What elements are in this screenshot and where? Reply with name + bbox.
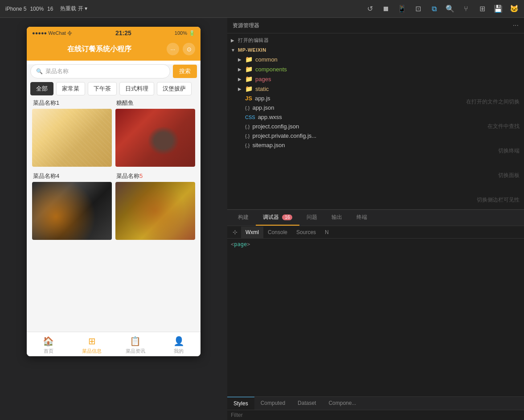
nav-menu-label: 菜品信息 <box>82 348 102 354</box>
phone-search: 🔍 菜品名称 搜索 <box>30 64 197 78</box>
food-item-1[interactable]: 糖醋鱼 <box>115 99 195 167</box>
nav-home-label: 首页 <box>44 348 53 354</box>
hotreload-label[interactable]: 热重载 开 ▾ <box>60 5 87 12</box>
styles-tab-computed[interactable]: Computed <box>254 397 291 410</box>
tree-folder-static[interactable]: ▶ 📁 static <box>227 84 524 94</box>
nav-menu[interactable]: ⊞ 菜品信息 <box>70 336 114 354</box>
nav-profile-label: 我的 <box>174 348 184 354</box>
food-item-0[interactable]: 菜品名称1 <box>32 99 112 167</box>
right-panel: 资源管理器 ··· ▶ 打开的编辑器 ▼ MP-WEIXIN ▶ 📁 <box>227 18 524 420</box>
common-folder-icon: 📁 <box>245 56 253 63</box>
open-editors-arrow: ▶ <box>231 38 236 43</box>
explorer-header: 资源管理器 ··· <box>227 18 524 33</box>
cat-tab-0[interactable]: 全部 <box>30 82 53 95</box>
refresh-icon[interactable]: ↺ <box>365 4 374 13</box>
menu-btn[interactable]: ··· <box>167 43 179 55</box>
debug-tab-output[interactable]: 输出 <box>324 210 349 226</box>
mp-weixin-label: MP-WEIXIN <box>238 47 266 53</box>
search-input-wrap[interactable]: 🔍 菜品名称 <box>30 64 170 78</box>
food-item-2[interactable]: 菜品名称4 <box>32 172 112 240</box>
debug-tab-n[interactable]: N <box>320 226 333 238</box>
debug-main-tabs: ⊹ Wxml Console Sources N <box>227 226 524 239</box>
toolbar-icons: ↺ ⏹ 📱 ⊡ ⧉ 🔍 ⑂ ⊞ 💾 🐱 <box>365 4 519 13</box>
tree-file-projconfig[interactable]: ▶ {.} project.config.json <box>227 122 524 131</box>
tree-file-sitemap[interactable]: ▶ {.} sitemap.json <box>227 140 524 150</box>
common-label: common <box>255 56 278 63</box>
mobile-icon[interactable]: 📱 <box>397 4 406 13</box>
tree-file-projprivate[interactable]: ▶ {.} project.private.config.js... <box>227 131 524 140</box>
sitemap-label: sitemap.json <box>252 142 285 148</box>
status-signal: ●●●●● WeChat 令 <box>32 30 72 37</box>
styles-panel: Styles Computed Dataset Compone... Filte… <box>227 396 524 420</box>
section-mp-weixin[interactable]: ▼ MP-WEIXIN <box>227 45 524 54</box>
cursor-tool-icon[interactable]: ⊹ <box>229 226 241 238</box>
nav-news[interactable]: 📋 菜品资讯 <box>114 336 157 354</box>
cat-tab-3[interactable]: 日式料理 <box>119 82 154 95</box>
food-image-1 <box>115 109 195 167</box>
debug-tab-build[interactable]: 构建 <box>231 210 256 226</box>
food-image-2 <box>32 182 112 240</box>
section-open-editors[interactable]: ▶ 打开的编辑器 <box>227 35 524 45</box>
device-label[interactable]: iPhone 5 <box>5 6 26 12</box>
inspector-content: <page> <box>227 239 524 396</box>
tree-folder-components[interactable]: ▶ 📁 components <box>227 64 524 74</box>
toolbar-left: iPhone 5 100% 16 热重载 开 ▾ <box>5 5 87 12</box>
branch-icon[interactable]: ⑂ <box>462 5 471 13</box>
tree-file-appwxss[interactable]: ▶ CSS app.wxss <box>227 112 524 122</box>
save-icon[interactable]: 💾 <box>494 4 503 13</box>
food-item-3[interactable]: 菜品名称5 <box>115 172 195 240</box>
main-layout: ●●●●● WeChat 令 21:25 100% 🔋 在线订餐系统小程序 ··… <box>0 18 524 420</box>
layers-icon[interactable]: ⧉ <box>430 5 438 13</box>
tag-page: page <box>234 241 247 247</box>
menu-icon: ⊞ <box>88 336 96 346</box>
common-arrow: ▶ <box>238 57 243 62</box>
debug-tab-terminal[interactable]: 终端 <box>349 210 374 226</box>
phone-header: 在线订餐系统小程序 ··· ⊙ <box>27 39 201 61</box>
components-arrow: ▶ <box>238 67 243 72</box>
styles-tab-dataset[interactable]: Dataset <box>291 397 322 410</box>
nav-home[interactable]: 🏠 首页 <box>27 336 70 354</box>
debug-tab-console[interactable]: Console <box>263 226 292 238</box>
file-explorer: 资源管理器 ··· ▶ 打开的编辑器 ▼ MP-WEIXIN ▶ 📁 <box>227 18 524 210</box>
cat-tab-2[interactable]: 下午茶 <box>88 82 117 95</box>
tree-folder-common[interactable]: ▶ 📁 common <box>227 54 524 64</box>
debug-tab-wxml[interactable]: Wxml <box>241 226 263 238</box>
tree-file-appjs[interactable]: ▶ JS app.js <box>227 94 524 103</box>
mp-weixin-arrow: ▼ <box>231 48 236 53</box>
explorer-actions-btn[interactable]: ··· <box>513 21 519 29</box>
pages-label: pages <box>255 76 271 82</box>
network-label[interactable]: 16 <box>47 6 53 12</box>
tree-file-appjson[interactable]: ▶ {.} app.json <box>227 103 524 112</box>
styles-tab-styles[interactable]: Styles <box>227 397 254 410</box>
pages-folder-icon: 📁 <box>245 75 253 82</box>
open-editors-label: 打开的编辑器 <box>238 37 269 44</box>
status-battery: 100% 🔋 <box>175 30 195 36</box>
debug-tab-debugger[interactable]: 调试器 16 <box>256 210 299 226</box>
home-icon: 🏠 <box>43 336 54 346</box>
phone-status-bar: ●●●●● WeChat 令 21:25 100% 🔋 <box>27 27 201 39</box>
grid-icon[interactable]: ⊞ <box>478 4 487 13</box>
search-button[interactable]: 搜索 <box>173 65 197 78</box>
cat-tab-4[interactable]: 汉堡披萨 <box>157 82 192 95</box>
cat-icon[interactable]: 🐱 <box>510 4 519 13</box>
nav-profile[interactable]: 👤 我的 <box>157 336 201 354</box>
styles-filter: Filter <box>227 410 524 420</box>
split-icon[interactable]: ⊡ <box>413 4 422 13</box>
debug-tab-issues[interactable]: 问题 <box>299 210 324 226</box>
category-tabs: 全部 家常菜 下午茶 日式料理 汉堡披萨 <box>27 82 201 99</box>
cat-tab-1[interactable]: 家常菜 <box>56 82 85 95</box>
styles-tab-compone[interactable]: Compone... <box>322 397 362 410</box>
debug-tab-sources[interactable]: Sources <box>292 226 320 238</box>
appjson-label: app.json <box>252 104 274 111</box>
record-btn[interactable]: ⊙ <box>183 43 195 55</box>
food-name-0: 菜品名称1 <box>32 99 112 107</box>
tree-folder-pages[interactable]: ▶ 📁 pages <box>227 74 524 84</box>
search-icon[interactable]: 🔍 <box>446 4 454 13</box>
stop-icon[interactable]: ⏹ <box>381 5 390 13</box>
top-toolbar: iPhone 5 100% 16 热重载 开 ▾ ↺ ⏹ 📱 ⊡ ⧉ 🔍 ⑂ ⊞… <box>0 0 524 18</box>
food-name-highlight: 5 <box>139 173 143 179</box>
phone-title: 在线订餐系统小程序 <box>32 45 167 54</box>
sitemap-icon: {.} <box>245 143 250 148</box>
zoom-label[interactable]: 100% <box>30 6 44 12</box>
profile-icon: 👤 <box>173 336 184 346</box>
